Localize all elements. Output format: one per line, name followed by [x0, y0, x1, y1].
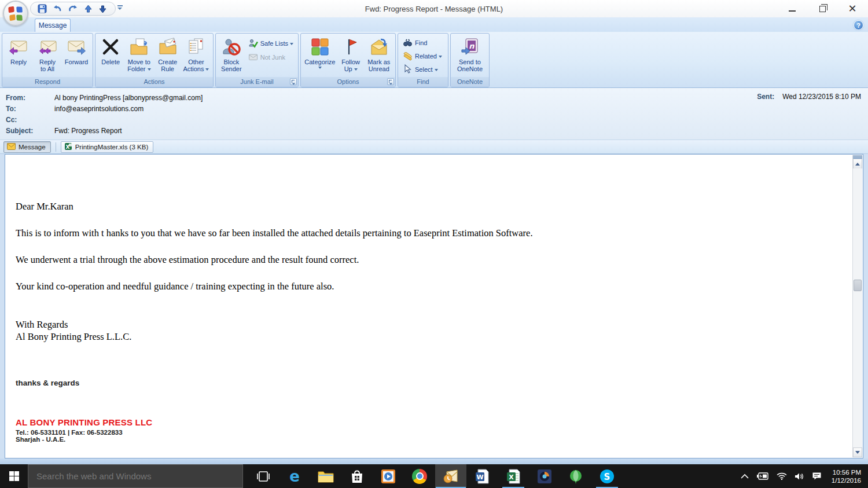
- next-item-icon[interactable]: [98, 5, 107, 13]
- options-dialog-launcher-icon[interactable]: [387, 78, 394, 85]
- mark-as-unread-icon: [369, 37, 389, 57]
- taskbar-icon-coreldraw[interactable]: [560, 464, 591, 488]
- signature-block: AL BONY PRINTING PRESS LLC Tel.: 06-5331…: [16, 417, 840, 443]
- taskbar-clock[interactable]: 10:56 PM 1/12/2016: [829, 468, 861, 485]
- body-paragraph: Your kind co-operation and needful guida…: [16, 281, 840, 292]
- redo-icon[interactable]: [68, 5, 78, 13]
- taskbar-icon-chrome[interactable]: [404, 464, 435, 488]
- forward-button[interactable]: Forward: [62, 35, 90, 77]
- reply-all-icon: [38, 37, 57, 57]
- from-value: Al bony PrintingPress [albonypress@gmail…: [54, 93, 203, 104]
- select-icon: [403, 64, 413, 74]
- related-button[interactable]: Related: [400, 50, 444, 61]
- select-label: Select: [415, 66, 438, 73]
- safe-lists-button[interactable]: Safe Lists: [246, 38, 296, 49]
- create-rule-icon: [158, 37, 178, 57]
- clock-date: 1/12/2016: [832, 476, 861, 485]
- scroll-down-icon[interactable]: [853, 447, 862, 457]
- start-button[interactable]: [0, 464, 28, 488]
- other-actions-button[interactable]: Other Actions: [182, 35, 211, 77]
- taskbar-icon-file-explorer[interactable]: [310, 464, 341, 488]
- move-to-folder-button[interactable]: Move to Folder: [124, 35, 153, 77]
- taskbar-icon-skype[interactable]: S: [591, 464, 623, 488]
- close-button[interactable]: ✕: [845, 3, 860, 14]
- message-view-tab[interactable]: Message: [3, 141, 51, 153]
- volume-icon[interactable]: [795, 472, 804, 480]
- dropdown-caret-icon: [439, 56, 442, 58]
- reading-pane-frame: Dear Mr.Karan This is to inform with t h…: [0, 154, 868, 458]
- block-sender-label: Block Sender: [221, 58, 241, 72]
- taskbar-icon-edge[interactable]: e: [279, 464, 310, 488]
- help-icon[interactable]: ?: [854, 20, 863, 30]
- wifi-icon[interactable]: [777, 472, 787, 480]
- thanks-line: thanks & regards: [16, 379, 840, 387]
- reply-all-button[interactable]: Reply to All: [34, 35, 61, 77]
- taskbar-icon-store[interactable]: [341, 464, 373, 488]
- tray-chevron-icon[interactable]: [741, 474, 749, 479]
- categorize-icon: [310, 37, 330, 57]
- message-view-label: Message: [19, 144, 46, 151]
- taskbar-icon-photo-app[interactable]: [529, 464, 560, 488]
- mark-as-unread-button[interactable]: Mark as Unread: [365, 35, 393, 77]
- task-view-button[interactable]: [248, 464, 279, 488]
- office-button[interactable]: [3, 1, 28, 26]
- group-junk: Block Sender Safe Lists Not Junk Junk E-…: [215, 33, 299, 87]
- ribbon: Reply Reply to All Forward Respond Delet…: [0, 32, 868, 88]
- categorize-button[interactable]: Categorize: [303, 35, 337, 77]
- delete-button[interactable]: Delete: [98, 35, 123, 77]
- system-tray: 10:56 PM 1/12/2016: [741, 464, 868, 488]
- taskbar-icon-movies-tv[interactable]: [373, 464, 404, 488]
- battery-icon[interactable]: [756, 472, 769, 480]
- body-paragraph: Dear Mr.Karan: [16, 201, 840, 212]
- taskbar-icon-word[interactable]: W: [466, 464, 498, 488]
- junk-dialog-launcher-icon[interactable]: [290, 78, 297, 85]
- safe-lists-icon: [248, 38, 258, 48]
- vertical-scrollbar[interactable]: [852, 155, 862, 457]
- other-actions-label: Other Actions: [183, 58, 209, 72]
- to-value: info@easeprintsolutions.com: [54, 104, 144, 115]
- scrollbar-thumb[interactable]: [854, 280, 862, 291]
- create-rule-label: Create Rule: [158, 58, 177, 72]
- group-label-respond: Respond: [2, 77, 93, 87]
- previous-item-icon[interactable]: [84, 5, 93, 13]
- not-junk-button[interactable]: Not Junk: [246, 52, 296, 63]
- group-label-onenote: OneNote: [451, 77, 489, 87]
- save-icon[interactable]: [38, 4, 47, 13]
- move-to-folder-icon: [129, 37, 149, 57]
- customize-quick-access-icon[interactable]: [116, 5, 124, 13]
- taskbar-search[interactable]: [28, 464, 243, 488]
- reply-icon: [9, 37, 28, 57]
- group-label-actions: Actions: [95, 77, 213, 87]
- restore-button[interactable]: [815, 3, 830, 14]
- safe-lists-label: Safe Lists: [260, 40, 293, 47]
- block-sender-button[interactable]: Block Sender: [218, 35, 245, 77]
- group-respond: Reply Reply to All Forward Respond: [2, 33, 93, 87]
- attachment-bar: Message X PrintingMaster.xls (3 KB): [0, 140, 868, 154]
- reply-button[interactable]: Reply: [5, 35, 32, 77]
- minimize-button[interactable]: [785, 3, 800, 14]
- taskbar-icon-excel[interactable]: X: [498, 464, 529, 488]
- reply-label: Reply: [10, 58, 27, 65]
- follow-up-button[interactable]: Follow Up: [338, 35, 364, 77]
- not-junk-icon: [248, 52, 258, 62]
- group-label-junk: Junk E-mail: [216, 77, 298, 87]
- find-button[interactable]: Find: [400, 37, 444, 48]
- tab-message[interactable]: Message: [35, 19, 71, 32]
- ribbon-tab-row: Message ?: [0, 17, 868, 32]
- body-paragraph: This is to inform with t hanks to you th…: [16, 228, 840, 239]
- attachment-item[interactable]: X PrintingMaster.xls (3 KB): [61, 141, 154, 153]
- from-label: From:: [6, 93, 54, 104]
- group-find: Find Related Select Find: [398, 33, 448, 87]
- select-button[interactable]: Select: [400, 64, 444, 75]
- scroll-up-icon[interactable]: [853, 159, 862, 168]
- action-center-icon[interactable]: [812, 472, 822, 480]
- dropdown-caret-icon: [205, 68, 209, 71]
- create-rule-button[interactable]: Create Rule: [155, 35, 181, 77]
- taskbar-icon-outlook[interactable]: [435, 464, 466, 488]
- undo-icon[interactable]: [53, 5, 62, 13]
- search-input[interactable]: [28, 471, 242, 481]
- message-body[interactable]: Dear Mr.Karan This is to inform with t h…: [5, 154, 863, 458]
- subject-label: Subject:: [6, 126, 54, 137]
- cc-label: Cc:: [6, 115, 54, 126]
- send-to-onenote-button[interactable]: n Send to OneNote: [453, 35, 487, 77]
